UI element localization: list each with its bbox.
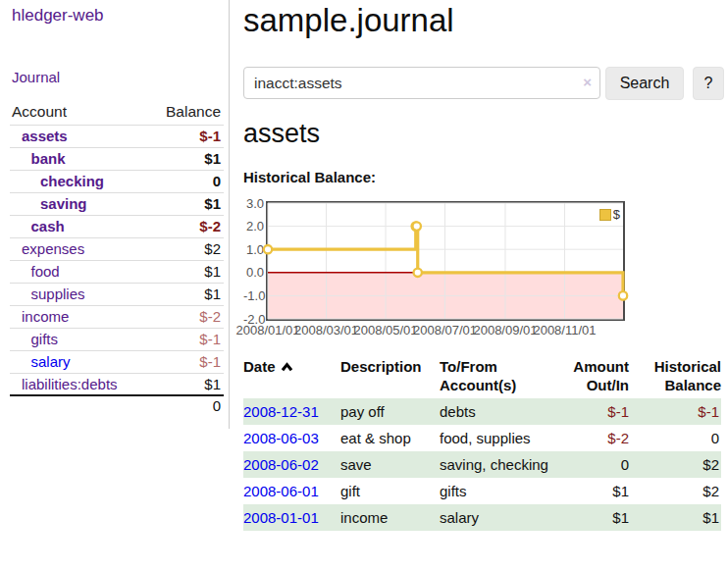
transaction-date-cell: 2008-06-01 [243, 478, 340, 504]
balance-line-chart [268, 203, 623, 319]
transaction-accounts: debts [440, 398, 549, 425]
account-link[interactable]: liabilities:debts [22, 376, 118, 392]
search-field-wrap: × [243, 67, 600, 99]
account-link[interactable]: expenses [22, 240, 84, 257]
account-balance: $1 [148, 147, 224, 170]
transaction-accounts: salary [440, 504, 549, 531]
account-link[interactable]: gifts [31, 331, 59, 347]
x-axis-label: 2008/01/01 [235, 323, 299, 337]
accounts-table-header: Account Balance [10, 100, 224, 125]
account-row: salary$-1 [10, 350, 224, 373]
transaction-date-link[interactable]: 2008-06-03 [243, 430, 319, 446]
register-header-row: Date Description To/From Account(s) Amou… [243, 353, 721, 398]
x-axis-label: 2008/11/01 [533, 323, 596, 337]
x-axis-label: 2008/03/01 [294, 323, 358, 337]
account-name-cell: saving [10, 192, 148, 215]
y-axis-label: 0.0 [243, 265, 264, 280]
account-balance: $-1 [148, 350, 224, 373]
account-row: checking0 [10, 170, 224, 192]
sidebar-divider [229, 0, 230, 429]
transaction-balance: 0 [629, 425, 721, 451]
account-balance: $-1 [148, 328, 224, 350]
transaction-description: gift [340, 478, 440, 504]
account-balance: 0 [148, 170, 224, 192]
transaction-balance: $-1 [629, 398, 721, 425]
transaction-row: 2008-06-02savesaving, checking0$2 [243, 451, 721, 478]
account-row: cash$-2 [10, 215, 224, 237]
clear-search-icon[interactable]: × [583, 73, 592, 92]
transaction-row: 2008-01-01incomesalary$1$1 [243, 504, 721, 531]
transaction-date-link[interactable]: 2008-12-31 [243, 403, 319, 420]
transaction-description: pay off [340, 398, 440, 425]
account-row: bank$1 [10, 147, 224, 170]
register-header-amount: Amount Out/In [549, 353, 629, 398]
account-name-cell: gifts [10, 328, 148, 350]
transaction-date-link[interactable]: 2008-06-01 [243, 483, 319, 499]
search-bar: × Search ? [243, 67, 724, 100]
page-title: sample.journal [243, 2, 454, 39]
search-button[interactable]: Search [605, 67, 684, 100]
help-button[interactable]: ? [693, 67, 724, 100]
nav-journal-link[interactable]: Journal [12, 69, 60, 85]
transaction-date-cell: 2008-06-02 [243, 451, 340, 478]
account-link[interactable]: income [22, 308, 69, 325]
x-axis-label: 2008/09/01 [473, 323, 537, 337]
y-axis-label: 3.0 [243, 196, 264, 211]
account-link[interactable]: cash [31, 218, 65, 234]
transaction-balance: $2 [629, 478, 721, 504]
transaction-description: income [340, 504, 440, 531]
register-header-balance: Historical Balance [629, 353, 721, 398]
account-link[interactable]: checking [40, 173, 104, 189]
account-link[interactable]: salary [31, 353, 71, 370]
account-link[interactable]: supplies [31, 286, 85, 302]
account-balance: $-1 [148, 125, 224, 147]
transaction-amount: 0 [549, 451, 629, 478]
account-name-cell: income [10, 305, 148, 328]
transaction-row: 2008-12-31pay offdebts$-1$-1 [243, 398, 721, 425]
chart-title: Historical Balance: [243, 169, 376, 185]
search-input[interactable] [243, 67, 600, 99]
account-row: gifts$-1 [10, 328, 224, 350]
register-header-description: Description [340, 353, 440, 398]
account-name-cell: cash [10, 215, 148, 237]
accounts-table: Account Balance assets$-1bank$1checking0… [10, 100, 224, 415]
account-link[interactable]: bank [31, 150, 66, 167]
transaction-amount: $-2 [549, 425, 629, 451]
y-axis-label: 1.0 [243, 242, 264, 257]
account-link[interactable]: food [31, 263, 60, 280]
account-row: supplies$1 [10, 283, 224, 305]
account-link[interactable]: assets [22, 128, 68, 144]
account-row: income$-2 [10, 305, 224, 328]
account-balance: $-2 [148, 215, 224, 237]
transaction-date-link[interactable]: 2008-01-01 [243, 509, 319, 526]
account-name-cell: checking [10, 170, 148, 192]
transaction-accounts: saving, checking [440, 451, 549, 478]
account-heading: assets [243, 119, 320, 149]
register-header-date[interactable]: Date [243, 353, 340, 398]
total-spacer [10, 395, 148, 415]
account-name-cell: assets [10, 125, 148, 147]
account-balance: $1 [148, 260, 224, 283]
account-balance: $1 [148, 192, 224, 215]
date-header-label: Date [243, 358, 276, 375]
sidebar: hledger-web Journal Account Balance asse… [0, 0, 229, 571]
hledger-web-app: hledger-web Journal Account Balance asse… [0, 0, 728, 571]
historical-balance-chart: 3.02.01.00.0-1.0-2.0 $ 2008/01/012008/03… [243, 201, 728, 348]
transaction-balance: $2 [629, 451, 721, 478]
y-axis-label: 2.0 [243, 219, 264, 234]
transaction-accounts: food, supplies [440, 425, 549, 451]
brand-link[interactable]: hledger-web [12, 6, 104, 26]
account-row: assets$-1 [10, 125, 224, 147]
transaction-date-link[interactable]: 2008-06-02 [243, 456, 319, 473]
account-link[interactable]: saving [40, 195, 87, 212]
chart-plot-area: $ [266, 201, 625, 321]
transaction-accounts: gifts [440, 478, 549, 504]
account-row: food$1 [10, 260, 224, 283]
account-column-header: Account [10, 100, 148, 125]
x-axis-label: 2008/05/01 [353, 323, 417, 337]
sort-ascending-icon [281, 362, 293, 372]
transaction-row: 2008-06-01giftgifts$1$2 [243, 478, 721, 504]
transaction-amount: $-1 [549, 398, 629, 425]
transaction-date-cell: 2008-06-03 [243, 425, 340, 451]
account-row: saving$1 [10, 192, 224, 215]
